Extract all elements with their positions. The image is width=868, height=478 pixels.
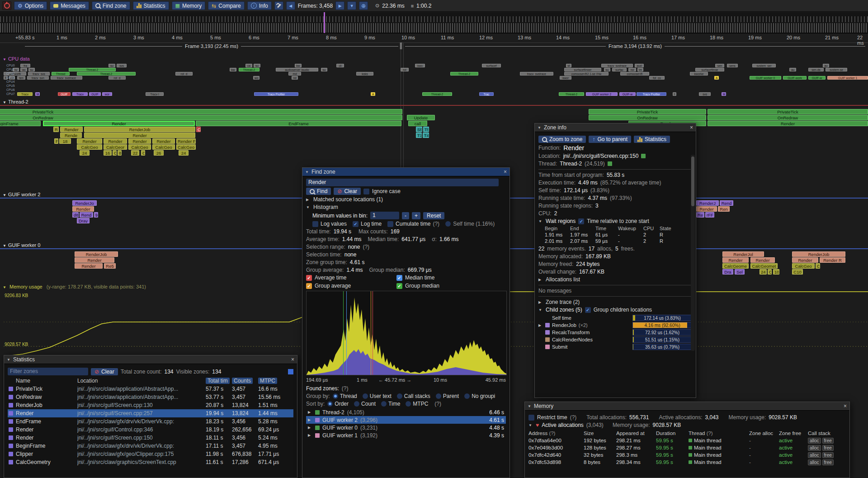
- statistics-table-row[interactable]: CalcGeometry jni/../jni/src/claw/graphic…: [8, 458, 293, 466]
- timeline-zone[interactable]: RenderJob: [75, 251, 118, 257]
- cpu-zone[interactable]: Thread-2: [422, 92, 452, 96]
- statistics-table-row[interactable]: PrivateTick jni/../jni/src/claw/applicat…: [8, 385, 293, 393]
- cpu-zone[interactable]: cli: [336, 64, 344, 67]
- statistics-table-row[interactable]: Render jni/../jni/src/guif/Screen.cpp:15…: [8, 434, 293, 442]
- timeline-zone[interactable]: Render: [84, 133, 195, 138]
- cpu-zone[interactable]: rot_d: [108, 76, 126, 80]
- cpu-zone[interactable]: aud: [635, 64, 644, 67]
- legend-checkbox[interactable]: [306, 283, 312, 289]
- timeline-zone[interactable]: Re5: [104, 263, 116, 269]
- close-icon[interactable]: ×: [291, 356, 294, 363]
- memory-usage-section-header[interactable]: ▼ Memory usage (y-range: 178.27 KB, visi…: [3, 284, 146, 289]
- cpu-zone[interactable]: su: [28, 68, 35, 71]
- cpu-zone[interactable]: A: [714, 76, 719, 80]
- timeline-zone[interactable]: 24: [80, 150, 90, 156]
- timeline-zone[interactable]: rFF: [705, 212, 714, 218]
- timeline-zone[interactable]: RenderJol: [722, 251, 764, 257]
- timeline-zone[interactable]: Render: [792, 257, 818, 263]
- timeline-zone[interactable]: Render: [72, 206, 94, 212]
- column-call-stack[interactable]: Call stack: [808, 431, 846, 436]
- cpu-zone[interactable]: surfac: [612, 68, 627, 71]
- timeline-zone[interactable]: 8: [118, 150, 122, 156]
- timeline-zone[interactable]: RenderJ: [696, 200, 719, 206]
- cpu-zone[interactable]: composer@2.1-se (Hw: [564, 72, 609, 76]
- timeline-zone[interactable]: call: [408, 121, 427, 126]
- column-name[interactable]: Name: [16, 378, 77, 384]
- timeline-zone[interactable]: OnRedraw: [708, 115, 868, 120]
- timeline-zone[interactable]: 10: [773, 269, 779, 274]
- cpu-zone[interactable]: A: [371, 92, 375, 96]
- cpu-zone[interactable]: fra: [20, 64, 30, 67]
- free-callstack-button[interactable]: free: [822, 459, 834, 465]
- timeline-zone[interactable]: Render: [75, 257, 114, 263]
- frame-dropdown-button[interactable]: ▼: [347, 1, 356, 10]
- cpu-zone[interactable]: Thread-2: [77, 72, 136, 76]
- memory-button[interactable]: ▦Memory: [172, 1, 206, 10]
- timeline-zone[interactable]: Render F: [176, 138, 196, 144]
- cpu-zone[interactable]: md: [288, 72, 301, 76]
- cpu-zone[interactable]: kwo: [415, 64, 425, 67]
- child-zone-row[interactable]: Submit 35.63 us (0.79%): [538, 343, 692, 350]
- cpu-zone[interactable]: GUIF worker 0: [750, 76, 781, 80]
- timeline-zone[interactable]: CalcGeomet: [750, 263, 778, 269]
- scrollbar[interactable]: [691, 155, 695, 351]
- child-zone-row[interactable]: ▶ RenderJob (×2) 4.16 ms (92.60%): [538, 322, 692, 329]
- column-appeared-at[interactable]: Appeared at: [616, 431, 656, 436]
- reset-button[interactable]: Reset: [423, 212, 444, 219]
- legend-checkbox[interactable]: [396, 283, 402, 289]
- cpu-zone[interactable]: surfaceflinge: [695, 68, 724, 71]
- timeline-zone[interactable]: R: [53, 127, 59, 132]
- timeline-zone[interactable]: Render: [708, 121, 868, 126]
- timeline-zone[interactable]: F: [54, 138, 58, 144]
- timeline-zone[interactable]: Update: [407, 115, 435, 120]
- cpu-zone[interactable]: Thread-2: [559, 92, 584, 96]
- zone-source-location[interactable]: jni/../jni/src/guif/Screen.cpp:150: [563, 153, 639, 159]
- found-zone-group-row[interactable]: ▶ GUIF worker 1 (3,192) 4.39 s: [306, 431, 506, 439]
- legend-item[interactable]: Median time: [396, 274, 487, 281]
- timeline-zone[interactable]: T5: [423, 127, 429, 132]
- timeline-zone[interactable]: PrivateTick: [589, 109, 706, 114]
- cpu-zone[interactable]: surfaceflinger: [564, 68, 601, 71]
- cpu-zone[interactable]: Thread: [52, 72, 70, 76]
- options-button[interactable]: ⚙Options: [14, 1, 47, 10]
- timeline-zone[interactable]: 24: [760, 269, 767, 274]
- cpu-zone[interactable]: Trac: [479, 92, 494, 96]
- column-zone-alloc[interactable]: Zone alloc: [749, 431, 779, 436]
- sort-by-radio[interactable]: [327, 401, 333, 407]
- cpu-zone[interactable]: st: [566, 64, 571, 67]
- legend-checkbox[interactable]: [396, 275, 402, 281]
- timeline-zone[interactable]: 24: [179, 150, 189, 156]
- relative-time-checkbox[interactable]: [578, 218, 584, 224]
- timeline-zone[interactable]: Rende: [60, 133, 82, 138]
- close-icon[interactable]: ×: [844, 403, 847, 409]
- timeline-zone[interactable]: Render: [152, 138, 175, 144]
- column-location[interactable]: Location: [77, 378, 206, 384]
- cpu-zone[interactable]: GUIF: [89, 92, 101, 96]
- cpu-zone[interactable]: im: [637, 68, 643, 71]
- active-allocations-collapser[interactable]: ▼ ♥ Active allocations (3,043) Memory us…: [528, 422, 846, 428]
- memory-table-row[interactable]: 0x7e049b3d00 128 bytes 298.27 ms 59.95 s…: [528, 444, 846, 451]
- timeline-zone[interactable]: C: [768, 269, 772, 274]
- legend-item[interactable]: Average time: [306, 274, 396, 281]
- timeline-zone[interactable]: CalcGeor: [104, 144, 127, 150]
- cpu-zone[interactable]: GUIF: [58, 92, 71, 96]
- timeline-zone[interactable]: C: [113, 150, 117, 156]
- cpu-zone[interactable]: Thread-2: [450, 72, 478, 76]
- cpu-zone[interactable]: Tracy Profiler: [637, 92, 666, 96]
- timeline-zone[interactable]: Rend: [720, 200, 733, 206]
- cpu-zone[interactable]: GUIF-work: [783, 76, 807, 80]
- alloc-callstack-button[interactable]: alloc: [808, 452, 821, 458]
- accent-square[interactable]: [288, 369, 293, 374]
- found-zone-group-row[interactable]: ▶ GUIF worker 0 (3,231) 4.48 s: [306, 424, 506, 431]
- found-zone-group-row[interactable]: ▶ Thread-2 (4,105) 6.46 s: [306, 408, 506, 416]
- zone-info-titlebar[interactable]: ▼ Zone info ×: [535, 123, 696, 132]
- cpu-zone[interactable]: M: [35, 92, 40, 96]
- cpu-zone[interactable]: sen-ds: [808, 68, 824, 71]
- power-button[interactable]: [2, 1, 11, 10]
- scrollbar-thumb[interactable]: [691, 156, 694, 206]
- timeline-zone[interactable]: CalcGeo: [128, 144, 151, 150]
- statistics-button[interactable]: Statistics: [133, 1, 169, 10]
- thread-section-header[interactable]: ▼GUIF worker 0: [3, 242, 40, 248]
- filter-zones-input[interactable]: Filter zones: [8, 368, 88, 375]
- timeline-zone[interactable]: 22: [131, 150, 139, 156]
